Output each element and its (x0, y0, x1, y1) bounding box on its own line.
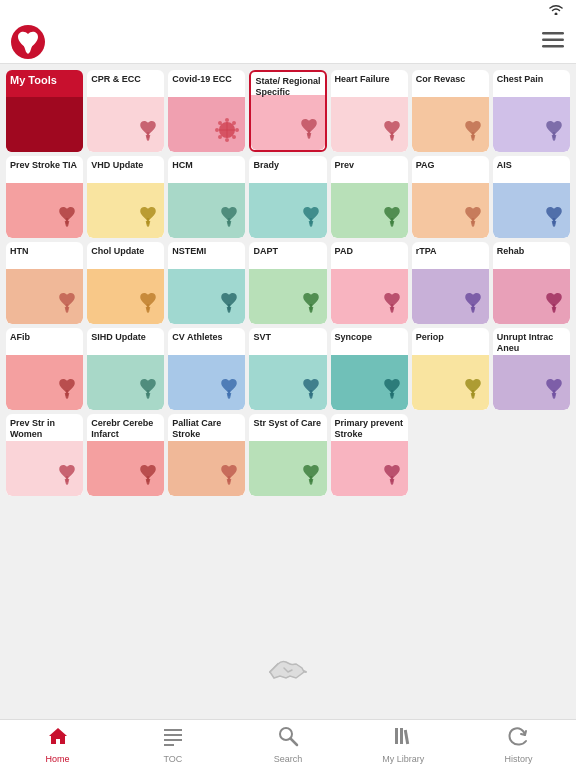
card-icon-area-prev-str-women (6, 442, 83, 496)
card-sihd-update[interactable]: SIHD Update (87, 328, 164, 410)
card-icon-area-nstemi (168, 259, 245, 324)
card-icon-area-chest-pain (493, 87, 570, 152)
status-bar (0, 0, 576, 20)
card-label-hcm: HCM (168, 156, 245, 173)
card-label-rehab: Rehab (493, 242, 570, 259)
card-icon-area-palliat-care-stroke (168, 442, 245, 496)
svg-rect-93 (400, 728, 403, 744)
tab-label-home: Home (46, 754, 70, 764)
svg-point-18 (215, 128, 219, 132)
tab-home[interactable]: Home (0, 720, 115, 768)
card-cor-revasc[interactable]: Cor Revasc (412, 70, 489, 152)
card-icon-area-pag (412, 173, 489, 238)
guidelines-grid: My Tools CPR & ECC Covid-19 ECC State/ R… (0, 64, 576, 719)
card-icon-area-chol-update (87, 259, 164, 324)
card-label-cv-athletes: CV Athletes (168, 328, 245, 345)
svg-marker-31 (471, 135, 476, 141)
svg-marker-51 (146, 307, 151, 313)
card-label-prev-stroke-tia: Prev Stroke TIA (6, 156, 83, 173)
card-icon-area-periop (412, 345, 489, 410)
card-brady[interactable]: Brady (249, 156, 326, 238)
menu-button[interactable] (542, 30, 564, 53)
svg-point-22 (218, 135, 222, 139)
card-icon-area-cv-athletes (168, 345, 245, 410)
card-icon-area-rehab (493, 259, 570, 324)
card-label-covid-19-ecc: Covid-19 ECC (168, 70, 245, 87)
card-cv-athletes[interactable]: CV Athletes (168, 328, 245, 410)
card-label-prev-str-women: Prev Str in Women (6, 414, 83, 442)
card-unrupt-intrac-aneu[interactable]: Unrupt Intrac Aneu (493, 328, 570, 410)
card-str-syst-care[interactable]: Str Syst of Care (249, 414, 326, 496)
card-syncope[interactable]: Syncope (331, 328, 408, 410)
card-label-rtpa: rTPA (412, 242, 489, 259)
card-rtpa[interactable]: rTPA (412, 242, 489, 324)
card-icon-area-str-syst-care (249, 431, 326, 496)
card-svt[interactable]: SVT (249, 328, 326, 410)
tab-icon-toc (162, 725, 184, 752)
svg-marker-65 (146, 393, 151, 399)
card-icon-area-syncope (331, 345, 408, 410)
card-label-str-syst-care: Str Syst of Care (249, 414, 326, 431)
card-covid-19-ecc[interactable]: Covid-19 ECC (168, 70, 245, 152)
tab-search[interactable]: Search (230, 720, 345, 768)
card-my-tools[interactable]: My Tools (6, 70, 83, 152)
svg-marker-63 (65, 393, 70, 399)
card-icon-area-pad (331, 259, 408, 324)
card-chol-update[interactable]: Chol Update (87, 242, 164, 324)
svg-marker-83 (308, 479, 313, 485)
card-afib[interactable]: AFib (6, 328, 83, 410)
card-pad[interactable]: PAD (331, 242, 408, 324)
card-hcm[interactable]: HCM (168, 156, 245, 238)
card-prev-stroke-tia[interactable]: Prev Stroke TIA (6, 156, 83, 238)
card-primary-prevent-stroke[interactable]: Primary prevent Stroke (331, 414, 408, 496)
card-prev-str-women[interactable]: Prev Str in Women (6, 414, 83, 496)
card-dapt[interactable]: DAPT (249, 242, 326, 324)
tab-toc[interactable]: TOC (115, 720, 230, 768)
svg-marker-43 (389, 221, 394, 227)
card-icon-area-hcm (168, 173, 245, 238)
card-vhd-update[interactable]: VHD Update (87, 156, 164, 238)
card-htn[interactable]: HTN (6, 242, 83, 324)
svg-marker-14 (146, 135, 151, 141)
card-chest-pain[interactable]: Chest Pain (493, 70, 570, 152)
tab-my-library[interactable]: My Library (346, 720, 461, 768)
tab-bar: HomeTOCSearchMy LibraryHistory (0, 719, 576, 768)
card-heart-failure[interactable]: Heart Failure (331, 70, 408, 152)
card-label-prev: Prev (331, 156, 408, 173)
svg-rect-5 (542, 45, 564, 48)
card-icon-area-rtpa (412, 259, 489, 324)
card-icon-area-dapt (249, 259, 326, 324)
card-label-htn: HTN (6, 242, 83, 259)
card-ais[interactable]: AIS (493, 156, 570, 238)
svg-marker-55 (308, 307, 313, 313)
card-icon-area-primary-prevent-stroke (331, 442, 408, 496)
card-prev[interactable]: Prev (331, 156, 408, 238)
card-periop[interactable]: Periop (412, 328, 489, 410)
tab-icon-home (47, 725, 69, 752)
card-icon-area-afib (6, 345, 83, 410)
svg-marker-61 (552, 307, 557, 313)
tab-history[interactable]: History (461, 720, 576, 768)
tab-label-search: Search (274, 754, 303, 764)
card-icon-area-sihd-update (87, 345, 164, 410)
svg-rect-87 (164, 734, 182, 736)
card-label-vhd-update: VHD Update (87, 156, 164, 173)
card-label-afib: AFib (6, 328, 83, 345)
card-label-cpr-ecc: CPR & ECC (87, 70, 164, 87)
card-rehab[interactable]: Rehab (493, 242, 570, 324)
card-icon-area-cpr-ecc (87, 87, 164, 152)
card-icon-area-unrupt-intrac-aneu (493, 356, 570, 410)
svg-marker-47 (552, 221, 557, 227)
card-pag[interactable]: PAG (412, 156, 489, 238)
card-icon-area-prev-stroke-tia (6, 173, 83, 238)
card-nstemi[interactable]: NSTEMI (168, 242, 245, 324)
card-cerebr-cerebe-infarct[interactable]: Cerebr Cerebe Infarct (87, 414, 164, 496)
card-label-unrupt-intrac-aneu: Unrupt Intrac Aneu (493, 328, 570, 356)
svg-marker-45 (471, 221, 476, 227)
card-cpr-ecc[interactable]: CPR & ECC (87, 70, 164, 152)
tab-icon-history (507, 725, 529, 752)
card-palliat-care-stroke[interactable]: Palliat Care Stroke (168, 414, 245, 496)
svg-marker-81 (227, 479, 232, 485)
card-state-regional[interactable]: State/ Regional Specific (249, 70, 326, 152)
svg-marker-37 (146, 221, 151, 227)
